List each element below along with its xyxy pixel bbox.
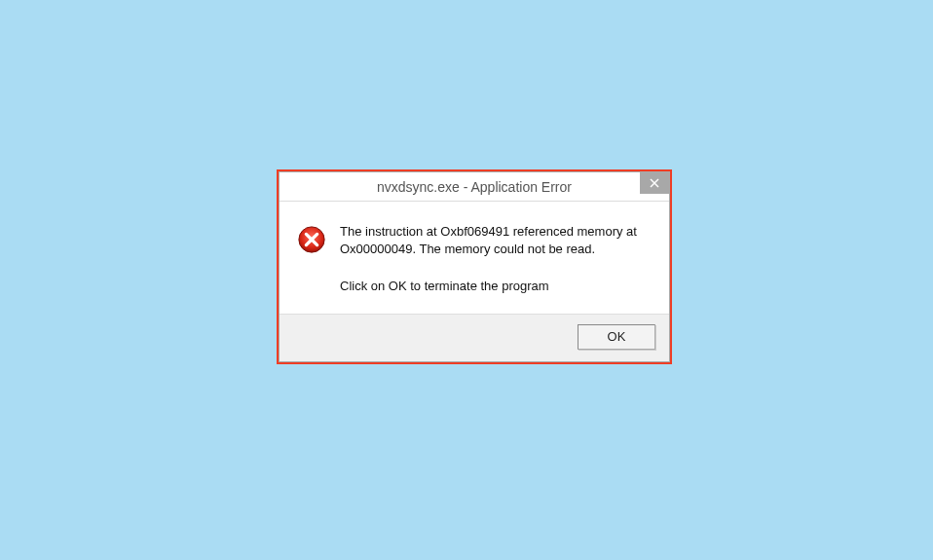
icon-column [297, 223, 326, 296]
message-column: The instruction at Oxbf069491 referenced… [340, 223, 650, 296]
error-icon [297, 225, 326, 254]
close-button[interactable] [640, 172, 669, 194]
titlebar: nvxdsync.exe - Application Error [280, 172, 669, 202]
dialog-footer: OK [280, 314, 669, 361]
ok-button[interactable]: OK [578, 324, 655, 350]
dialog-title: nvxdsync.exe - Application Error [280, 179, 669, 195]
close-icon [650, 178, 659, 188]
error-message-line1: The instruction at Oxbf069491 referenced… [340, 223, 650, 258]
error-message-line2: Click on OK to terminate the program [340, 278, 650, 295]
error-dialog-wrapper: nvxdsync.exe - Application Error [277, 169, 672, 364]
dialog-body: The instruction at Oxbf069491 referenced… [280, 202, 669, 314]
error-dialog: nvxdsync.exe - Application Error [279, 171, 670, 362]
